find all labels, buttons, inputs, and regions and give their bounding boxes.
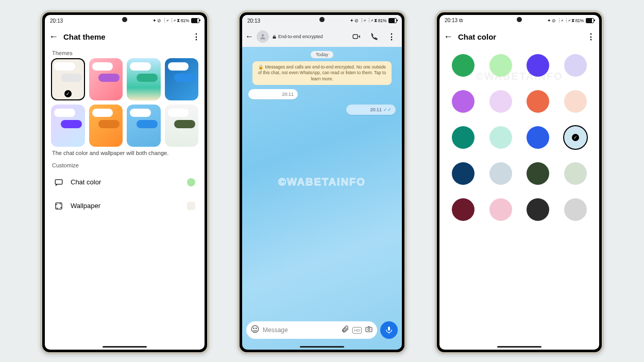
message-time: 20:11 <box>282 92 294 97</box>
date-pill: Today <box>311 51 333 58</box>
section-label-customize: Customize <box>45 159 205 170</box>
status-time: 20:13 ⧉ <box>445 18 463 24</box>
back-icon[interactable]: ← <box>49 31 58 42</box>
color-option-19[interactable] <box>564 198 587 221</box>
row-wallpaper[interactable]: Wallpaper <box>45 194 205 218</box>
theme-option-0[interactable]: ✓ <box>51 58 85 100</box>
nav-bar[interactable] <box>242 343 402 350</box>
encryption-banner[interactable]: 🔒 Messages and calls are end-to-end encr… <box>252 61 392 85</box>
color-grid: ✓ <box>439 47 599 228</box>
color-option-10[interactable] <box>527 126 549 149</box>
message-outgoing[interactable]: 20:11 ✓✓ <box>346 105 396 115</box>
camera-icon[interactable] <box>365 325 373 335</box>
phone-frame-1: 20:13 ✦ ⊘ ⋮𝄎 ⋮𝄎 ⧗ 81% ← Chat theme ⋮ The… <box>40 10 209 354</box>
battery-pct: 81% <box>180 18 189 23</box>
message-incoming[interactable]: 20:11 <box>248 89 298 99</box>
svg-rect-1 <box>56 203 62 209</box>
hd-icon[interactable]: HD <box>352 327 362 334</box>
video-call-icon[interactable] <box>349 32 364 41</box>
color-option-3[interactable] <box>564 54 587 77</box>
chat-color-swatch <box>187 178 195 186</box>
color-option-11[interactable]: ✓ <box>564 126 587 149</box>
chat-header: ← End-to-end encrypted ⋮ <box>242 26 402 47</box>
theme-option-2[interactable] <box>127 58 161 100</box>
message-time: 20:11 <box>370 107 382 112</box>
theme-grid: ✓ <box>45 58 205 147</box>
overflow-menu-icon[interactable]: ⋮ <box>384 32 399 42</box>
svg-point-5 <box>253 328 255 329</box>
battery-pct: 81% <box>378 18 386 23</box>
phone-frame-2: 20:13 ✦ ⊘ ⋮𝄎 ⋮𝄎 ⧗ 81% ← End-to-end encry… <box>238 10 406 354</box>
color-option-2[interactable] <box>527 54 549 77</box>
svg-point-4 <box>251 325 259 333</box>
back-icon[interactable]: ← <box>245 32 253 41</box>
message-input[interactable]: Message HD <box>246 321 377 339</box>
color-option-18[interactable] <box>527 198 549 221</box>
svg-rect-3 <box>353 35 358 39</box>
color-option-8[interactable] <box>452 126 474 149</box>
wallpaper-icon <box>54 201 63 211</box>
battery-pct: 81% <box>575 18 584 23</box>
theme-option-1[interactable] <box>89 58 123 100</box>
color-option-5[interactable] <box>489 90 512 113</box>
status-indicators: ✦ ⊘ ⋮𝄎 ⋮𝄎 ⧗ <box>350 18 377 24</box>
nav-bar[interactable] <box>439 343 599 350</box>
color-option-15[interactable] <box>564 162 587 185</box>
theme-option-4[interactable] <box>51 105 85 147</box>
status-indicators: ✦ ⊘ ⋮𝄎 ⋮𝄎 ⧗ <box>152 18 180 24</box>
svg-rect-0 <box>55 180 62 184</box>
status-bar: 20:13 ⧉ ✦ ⊘ ⋮𝄎 ⋮𝄎 ⧗ 81% <box>439 15 599 26</box>
color-option-4[interactable] <box>452 90 474 113</box>
mic-button[interactable] <box>380 321 398 339</box>
color-option-16[interactable] <box>452 198 474 221</box>
status-time: 20:13 <box>247 18 260 24</box>
theme-option-7[interactable] <box>165 105 199 147</box>
status-indicators: ✦ ⊘ ⋮𝄎 ⋮𝄎 ⧗ <box>547 18 574 24</box>
row-chat-color[interactable]: Chat color <box>45 170 205 194</box>
section-label-themes: Themes <box>45 47 205 58</box>
row-wallpaper-label: Wallpaper <box>71 202 180 210</box>
row-chat-color-label: Chat color <box>71 178 180 186</box>
nav-bar[interactable] <box>45 343 205 350</box>
battery-icon <box>586 18 594 23</box>
color-option-12[interactable] <box>452 162 474 185</box>
message-placeholder: Message <box>263 326 338 334</box>
color-option-1[interactable] <box>489 54 512 77</box>
color-option-14[interactable] <box>527 162 549 185</box>
camera-punch-hole <box>517 17 522 22</box>
color-option-6[interactable] <box>527 90 549 113</box>
color-option-17[interactable] <box>489 198 512 221</box>
theme-option-5[interactable] <box>89 105 123 147</box>
app-header: ← Chat theme ⋮ <box>45 26 205 47</box>
chat-body[interactable]: Today 🔒 Messages and calls are end-to-en… <box>242 47 402 317</box>
svg-rect-7 <box>366 327 372 332</box>
theme-option-6[interactable] <box>127 105 161 147</box>
page-title: Chat color <box>458 32 582 41</box>
battery-icon <box>191 18 199 23</box>
overflow-menu-icon[interactable]: ⋮ <box>587 32 595 42</box>
app-header: ← Chat color ⋮ <box>439 26 599 47</box>
encryption-label[interactable]: End-to-end encrypted <box>272 34 323 39</box>
svg-point-6 <box>256 328 257 329</box>
theme-description: The chat color and wallpaper will both c… <box>45 147 205 159</box>
status-time: 20:13 <box>50 18 63 24</box>
svg-point-2 <box>262 34 264 37</box>
watermark: ©WABETAINFO <box>278 176 366 188</box>
sticker-icon[interactable] <box>250 324 260 336</box>
battery-icon <box>388 18 397 23</box>
camera-punch-hole <box>122 17 127 22</box>
phone-frame-3: 20:13 ⧉ ✦ ⊘ ⋮𝄎 ⋮𝄎 ⧗ 81% ← Chat color ⋮ ©… <box>435 10 604 354</box>
voice-call-icon[interactable] <box>367 32 381 41</box>
theme-option-3[interactable] <box>165 58 199 100</box>
attach-icon[interactable] <box>341 325 349 335</box>
back-icon[interactable]: ← <box>444 31 453 42</box>
avatar[interactable] <box>257 30 269 43</box>
color-option-9[interactable] <box>489 126 512 149</box>
color-option-7[interactable] <box>564 90 587 113</box>
camera-punch-hole <box>319 17 325 22</box>
color-option-13[interactable] <box>489 162 512 185</box>
overflow-menu-icon[interactable]: ⋮ <box>192 32 200 42</box>
status-bar: 20:13 ✦ ⊘ ⋮𝄎 ⋮𝄎 ⧗ 81% <box>45 15 205 26</box>
color-option-0[interactable] <box>452 54 474 77</box>
svg-point-8 <box>368 329 370 331</box>
